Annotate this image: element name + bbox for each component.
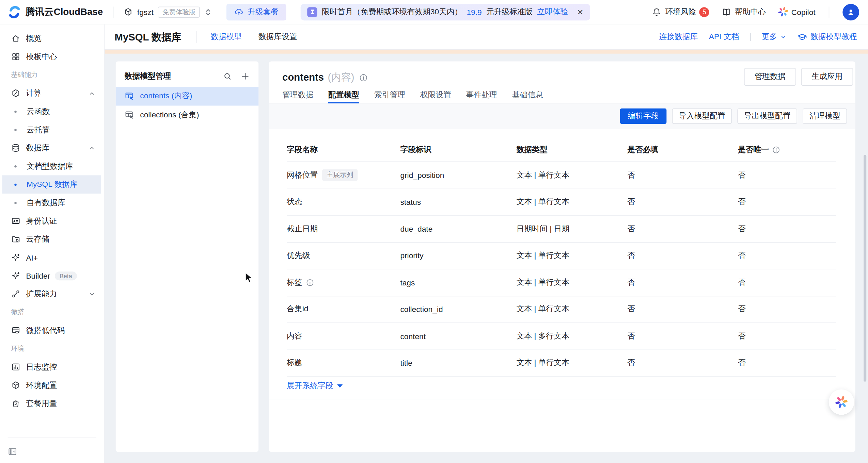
- sidebar-item-label: 云托管: [27, 125, 50, 135]
- sidebar-item-database[interactable]: 数据库: [0, 139, 104, 157]
- model-item-label: collections (合集): [140, 110, 199, 120]
- field-id: grid_position: [400, 171, 516, 180]
- model-item-contents[interactable]: contents (内容): [116, 87, 258, 105]
- expand-system-fields-link[interactable]: 展开系统字段: [287, 381, 343, 391]
- chevron-down-icon: [780, 34, 786, 39]
- mouse-cursor: [245, 272, 253, 284]
- close-icon[interactable]: ✕: [577, 7, 583, 16]
- model-item-collections[interactable]: collections (合集): [116, 106, 258, 125]
- shopping-bag-icon: [11, 399, 21, 408]
- triangle-down-icon: [337, 384, 343, 388]
- help-center-button[interactable]: 帮助中心: [722, 7, 766, 17]
- field-unique: 否: [738, 197, 836, 207]
- bullet-icon: [14, 129, 17, 131]
- sidebar-item-overview[interactable]: 概览: [0, 29, 104, 48]
- table-row: 截止日期 due_date 日期时间 | 日期 否 否: [287, 216, 836, 243]
- sidebar-item-label: 微搭低代码: [26, 326, 65, 335]
- generate-app-button[interactable]: 生成应用: [801, 68, 853, 86]
- sidebar-item-document-db[interactable]: 文档型数据库: [0, 157, 104, 176]
- sidebar-item-log-monitor[interactable]: 日志监控: [0, 358, 104, 376]
- sidebar-item-template-center[interactable]: 模板中心: [0, 48, 104, 66]
- promo-cta-link[interactable]: 立即体验: [537, 7, 568, 17]
- field-type: 文本 | 单行文本: [517, 170, 627, 180]
- vertical-scrollbar-thumb[interactable]: [864, 155, 866, 382]
- avatar[interactable]: [842, 4, 859, 20]
- field-required: 否: [627, 170, 738, 180]
- sidebar-item-builder[interactable]: Builder Beta: [0, 267, 104, 285]
- tab-data-model[interactable]: 数据模型: [211, 32, 242, 42]
- sidebar-item-label: 环境配置: [26, 380, 57, 390]
- tab-basic-info[interactable]: 基础信息: [512, 87, 543, 103]
- sidebar-item-env-config[interactable]: 环境配置: [0, 376, 104, 394]
- divider: [829, 6, 830, 18]
- export-model-config-button[interactable]: 导出模型配置: [737, 109, 797, 124]
- sidebar-item-label: 数据库: [26, 143, 49, 153]
- api-doc-link[interactable]: API 文档: [709, 32, 739, 42]
- sidebar-item-ai[interactable]: AI+: [0, 248, 104, 267]
- app-window: 腾讯云CloudBase fgszt 免费体验版: [0, 0, 868, 463]
- chevron-up-icon: [89, 145, 95, 151]
- sidebar-item-mysql-db[interactable]: MySQL 数据库: [2, 175, 101, 194]
- tab-configure-model[interactable]: 配置模型: [328, 87, 359, 103]
- sidebar-item-label: 自有数据库: [27, 198, 65, 208]
- brand-logo[interactable]: 腾讯云CloudBase: [8, 5, 103, 18]
- clean-model-button[interactable]: 清理模型: [803, 109, 847, 124]
- tutorial-link[interactable]: 数据模型教程: [797, 32, 857, 42]
- collapse-sidebar-button[interactable]: [8, 447, 17, 457]
- connect-db-link[interactable]: 连接数据库: [659, 32, 698, 42]
- field-name: 合集id: [287, 304, 308, 314]
- sidebar-item-cloud-function[interactable]: 云函数: [0, 102, 104, 121]
- tab-db-settings[interactable]: 数据库设置: [258, 32, 297, 42]
- table-cursor-icon: [125, 110, 135, 120]
- table-row: 内容 content 文本 | 多行文本 否 否: [287, 323, 836, 350]
- sidebar-item-own-db[interactable]: 自有数据库: [0, 194, 104, 212]
- sidebar-item-cloud-storage[interactable]: 云存储: [0, 230, 104, 248]
- info-icon[interactable]: [306, 279, 314, 286]
- field-required: 否: [627, 331, 738, 341]
- field-id: title: [400, 359, 516, 367]
- sidebar-item-label: 扩展能力: [26, 289, 57, 299]
- search-icon[interactable]: [223, 72, 232, 81]
- upgrade-plan-button[interactable]: 升级套餐: [227, 4, 287, 20]
- sidebar-item-compute[interactable]: 计算: [0, 84, 104, 102]
- manage-data-button[interactable]: 管理数据: [744, 68, 796, 86]
- sidebar-item-label: Builder: [26, 271, 50, 280]
- more-menu[interactable]: 更多: [762, 32, 786, 42]
- page-header: MySQL 数据库 数据模型 数据库设置 连接数据库 API 文档 更多 数据模…: [105, 24, 868, 50]
- field-required: 否: [627, 304, 738, 314]
- sidebar-item-auth[interactable]: 身份认证: [0, 212, 104, 230]
- primary-display-badge: 主展示列: [322, 169, 358, 181]
- env-risk-label: 环境风险: [665, 7, 696, 17]
- sidebar-item-plan-usage[interactable]: 套餐用量: [0, 394, 104, 413]
- sidebar-item-cloud-run[interactable]: 云托管: [0, 120, 104, 139]
- import-model-config-button[interactable]: 导入模型配置: [672, 109, 732, 124]
- table-row: 网格位置 主展示列 grid_position 文本 | 单行文本 否 否: [287, 162, 836, 189]
- field-unique: 否: [738, 331, 836, 341]
- tab-index-manage[interactable]: 索引管理: [374, 87, 405, 103]
- env-selector[interactable]: fgszt 免费体验版: [123, 6, 212, 18]
- field-unique: 否: [738, 251, 836, 261]
- bullet-icon: [14, 165, 17, 167]
- tab-manage-data[interactable]: 管理数据: [282, 87, 313, 103]
- graduation-cap-icon: [797, 32, 807, 42]
- info-icon[interactable]: [359, 73, 367, 81]
- risk-count-badge: 5: [699, 7, 709, 17]
- field-name: 标签: [287, 278, 302, 287]
- copilot-button[interactable]: Copilot: [778, 7, 816, 17]
- sidebar-item-extensions[interactable]: 扩展能力: [0, 285, 104, 303]
- field-unique: 否: [738, 304, 836, 314]
- sidebar-item-weda-lowcode[interactable]: 微搭低代码: [0, 321, 104, 340]
- folder-cloud-icon: [11, 234, 21, 244]
- edit-fields-button[interactable]: 编辑字段: [620, 109, 667, 124]
- env-risk-button[interactable]: 环境风险 5: [652, 7, 709, 17]
- column-unique: 是否唯一: [738, 145, 836, 155]
- field-type: 日期时间 | 日期: [517, 224, 627, 234]
- field-type: 文本 | 单行文本: [517, 197, 627, 207]
- column-unique-label: 是否唯一: [738, 145, 769, 155]
- info-icon[interactable]: [772, 146, 780, 154]
- sidebar-item-label: 套餐用量: [26, 398, 57, 408]
- tab-permission[interactable]: 权限设置: [420, 87, 451, 103]
- tab-event[interactable]: 事件处理: [466, 87, 497, 103]
- add-model-icon[interactable]: [241, 72, 250, 81]
- copilot-fab-button[interactable]: [829, 389, 854, 415]
